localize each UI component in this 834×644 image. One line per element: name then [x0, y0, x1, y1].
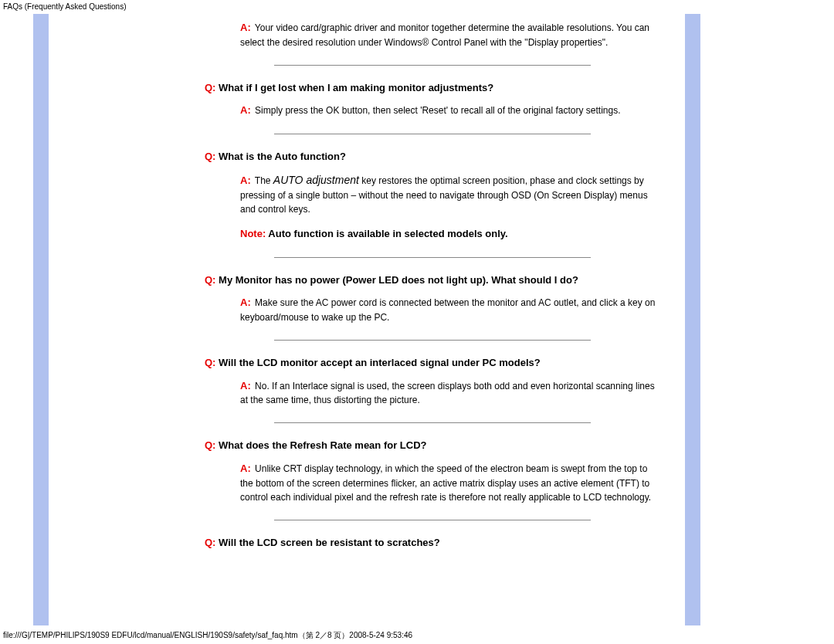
q-text-6: Will the LCD screen be resistant to scra…	[215, 537, 439, 548]
q-text-5: What does the Refresh Rate mean for LCD?	[215, 439, 426, 451]
question-4: Q: Will the LCD monitor accept an interl…	[205, 356, 660, 371]
answer-1: A: Simply press the OK button, then sele…	[240, 103, 660, 118]
question-5: Q: What does the Refresh Rate mean for L…	[205, 439, 660, 453]
separator	[274, 65, 591, 66]
q-text-2: What is the Auto function?	[215, 151, 346, 162]
a-text-0: Your video card/graphic driver and monit…	[240, 22, 649, 48]
q-label-2: Q:	[205, 151, 215, 162]
a-label-2: A:	[240, 175, 251, 186]
answer-0: A: Your video card/graphic driver and mo…	[240, 20, 660, 49]
answer-2: A: The AUTO adjustment key restores the …	[240, 172, 660, 216]
page-header-title: FAQs (Frequently Asked Questions)	[3, 2, 127, 11]
a-label-0: A:	[240, 22, 251, 33]
q-label-6: Q:	[205, 537, 215, 548]
a-label-1: A:	[240, 104, 251, 116]
q-label-5: Q:	[205, 439, 215, 451]
footer-file-path: file:///G|/TEMP/PHILIPS/190S9 EDFU/lcd/m…	[3, 630, 412, 641]
answer-3: A: Make sure the AC power cord is connec…	[240, 295, 660, 324]
answer-4: A: No. If an Interlace signal is used, t…	[240, 378, 660, 408]
separator	[274, 134, 591, 134]
q-text-4: Will the LCD monitor accept an interlace…	[215, 357, 540, 368]
q-label-3: Q:	[205, 274, 215, 286]
question-3: Q: My Monitor has no power (Power LED do…	[205, 273, 660, 288]
a-text-1: Simply press the OK button, then select …	[253, 105, 621, 116]
separator	[274, 422, 591, 423]
question-1: Q: What if I get lost when I am making m…	[205, 81, 660, 96]
note-line: Note: Auto function is available in sele…	[240, 227, 660, 242]
a-text-5: Unlike CRT display technology, in which …	[240, 463, 651, 503]
note-text: Auto function is available in selected m…	[266, 228, 508, 239]
q-text-1: What if I get lost when I am making moni…	[215, 82, 493, 93]
q-text-3: My Monitor has no power (Power LED does …	[215, 274, 578, 286]
a-text-4: No. If an Interlace signal is used, the …	[240, 381, 655, 406]
answer-5: A: Unlike CRT display technology, in whi…	[240, 461, 660, 504]
question-2: Q: What is the Auto function?	[205, 150, 660, 164]
faq-content: A: Your video card/graphic driver and mo…	[205, 14, 660, 558]
a-label-4: A:	[240, 380, 251, 391]
a-label-5: A:	[240, 463, 251, 474]
separator	[274, 340, 591, 341]
right-color-band	[685, 14, 700, 625]
q-label-1: Q:	[205, 82, 215, 93]
question-6: Q: Will the LCD screen be resistant to s…	[205, 536, 660, 551]
a-text-2-pre: The	[253, 175, 273, 186]
a-text-2-italic: AUTO adjustment	[273, 174, 359, 186]
note-label: Note:	[240, 228, 266, 239]
q-label-4: Q:	[205, 357, 215, 368]
left-color-band	[33, 14, 49, 625]
a-label-3: A:	[240, 297, 251, 308]
a-text-3: Make sure the AC power cord is connected…	[240, 297, 655, 323]
separator	[274, 520, 591, 520]
separator	[274, 257, 591, 258]
